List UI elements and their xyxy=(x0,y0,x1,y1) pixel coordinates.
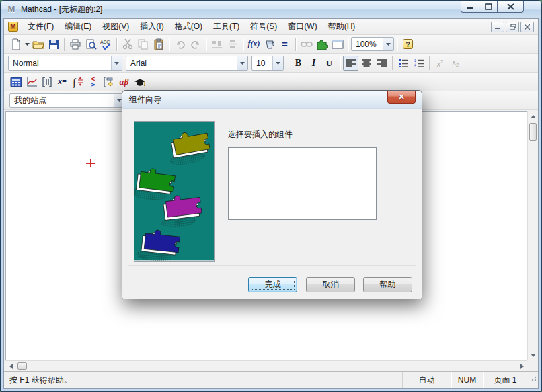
separate-regions-button[interactable] xyxy=(225,37,240,52)
menu-tools[interactable]: 工具(T) xyxy=(208,19,245,34)
help-button-label: 帮助 xyxy=(380,279,396,290)
style-dropdown-arrow[interactable] xyxy=(111,56,122,70)
greek-palette-button[interactable]: αβ xyxy=(116,75,132,89)
close-button[interactable] xyxy=(497,1,524,13)
print-preview-button[interactable] xyxy=(83,37,98,52)
calculator-palette-button[interactable] xyxy=(8,75,24,89)
scissors-icon xyxy=(122,38,133,50)
toolbar-separator xyxy=(397,38,397,51)
paste-clipboard-icon xyxy=(153,38,165,50)
copy-button[interactable] xyxy=(135,37,151,52)
cut-button[interactable] xyxy=(120,37,135,52)
horizontal-scroll-thumb[interactable] xyxy=(17,362,27,370)
crosshair-cursor xyxy=(86,159,95,167)
undo-button[interactable] xyxy=(172,37,188,52)
horizontal-scrollbar[interactable] xyxy=(5,360,527,371)
mdi-restore-button[interactable] xyxy=(506,22,519,32)
bullet-list-button[interactable] xyxy=(395,56,411,71)
worksheet-controls-button[interactable] xyxy=(330,37,345,52)
resize-grip[interactable] xyxy=(527,372,538,388)
dialog-body: 选择要插入的组件 完成 取消 帮助 xyxy=(122,109,422,299)
menu-insert[interactable]: 插入(I) xyxy=(134,19,169,34)
font-combobox[interactable]: Arial xyxy=(126,56,248,71)
insert-component-button[interactable] xyxy=(314,37,330,52)
vertical-scroll-thumb[interactable] xyxy=(529,123,537,141)
print-button[interactable] xyxy=(67,37,83,52)
vertical-scrollbar[interactable] xyxy=(527,111,538,360)
scroll-down-button[interactable] xyxy=(528,350,539,360)
font-dropdown-arrow[interactable] xyxy=(237,56,247,70)
menu-window[interactable]: 窗口(W) xyxy=(282,19,322,34)
scroll-left-button[interactable] xyxy=(5,361,16,372)
bold-button[interactable]: B xyxy=(291,56,306,71)
font-size-combobox[interactable]: 10 xyxy=(251,56,284,71)
align-regions-button[interactable] xyxy=(209,37,225,52)
dialog-title-bar[interactable]: 组件向导 xyxy=(122,91,422,109)
evaluation-icon: x= xyxy=(58,77,67,87)
chevron-down-icon xyxy=(276,62,280,65)
align-across-icon xyxy=(212,40,223,49)
paste-button[interactable] xyxy=(151,37,166,52)
align-center-button[interactable] xyxy=(358,56,374,71)
scroll-right-button[interactable] xyxy=(516,361,527,372)
menu-help[interactable]: 帮助(H) xyxy=(323,19,361,34)
mdi-close-button[interactable] xyxy=(520,22,534,32)
mdi-minimize-button[interactable] xyxy=(491,22,504,32)
boolean-palette-button[interactable]: <≥ xyxy=(85,75,101,89)
finish-button[interactable]: 完成 xyxy=(248,277,297,292)
new-button[interactable] xyxy=(8,37,24,52)
zoom-combobox[interactable]: 100% xyxy=(351,37,394,51)
menu-symbols[interactable]: 符号(S) xyxy=(245,19,282,34)
subscript-button[interactable]: x2 xyxy=(448,56,463,71)
menu-format[interactable]: 格式(O) xyxy=(169,19,208,34)
resources-combobox[interactable]: 我的站点 xyxy=(9,93,125,108)
measuring-cup-icon xyxy=(264,39,275,50)
help-dialog-button[interactable]: 帮助 xyxy=(363,277,412,292)
calculus-icon: ∫ xyxy=(72,76,84,88)
symbolic-palette-button[interactable] xyxy=(132,75,147,89)
insert-function-button[interactable]: f(x) xyxy=(246,37,262,52)
new-dropdown[interactable] xyxy=(24,37,30,52)
bold-icon: B xyxy=(295,58,301,69)
toolbar-separator xyxy=(64,38,65,51)
dialog-close-button[interactable]: ✕ xyxy=(387,91,416,104)
superscript-icon: x2 xyxy=(437,58,444,68)
open-button[interactable] xyxy=(30,37,46,52)
restore-button[interactable] xyxy=(479,1,498,13)
chevron-down-icon xyxy=(386,43,391,46)
menu-edit[interactable]: 编辑(E) xyxy=(59,19,97,34)
standard-toolbar: ABC xyxy=(4,35,538,54)
status-page-number: 页面 1 xyxy=(483,372,527,388)
underline-button[interactable]: U xyxy=(321,56,337,71)
graph-palette-button[interactable] xyxy=(24,75,39,89)
numbered-list-icon: 123 xyxy=(414,59,424,67)
align-right-button[interactable] xyxy=(374,56,389,71)
insert-unit-button[interactable] xyxy=(262,37,277,52)
calculus-palette-button[interactable]: ∫ xyxy=(70,75,85,89)
spellcheck-button[interactable]: ABC xyxy=(98,37,114,52)
cancel-button[interactable]: 取消 xyxy=(306,277,355,292)
redo-button[interactable] xyxy=(188,37,203,52)
align-left-button[interactable] xyxy=(343,56,358,71)
save-button[interactable] xyxy=(46,37,61,52)
menu-view[interactable]: 视图(V) xyxy=(97,19,134,34)
style-combobox[interactable]: Normal xyxy=(8,56,122,71)
numbered-list-button[interactable]: 123 xyxy=(411,56,426,71)
component-listbox[interactable] xyxy=(228,147,377,220)
superscript-button[interactable]: x2 xyxy=(432,56,448,71)
scroll-up-button[interactable] xyxy=(528,111,539,122)
minimize-button[interactable] xyxy=(461,1,479,13)
help-button[interactable]: ? xyxy=(400,37,416,52)
evaluation-palette-button[interactable]: x= xyxy=(54,75,70,89)
hyperlink-button[interactable] xyxy=(299,37,314,52)
matrix-palette-button[interactable] xyxy=(39,75,54,89)
zoom-dropdown-arrow[interactable] xyxy=(383,38,393,50)
evaluate-button[interactable]: = xyxy=(277,37,293,52)
graph-icon xyxy=(26,77,38,87)
programming-palette-button[interactable] xyxy=(101,75,116,89)
font-size-dropdown-arrow[interactable] xyxy=(272,56,283,70)
align-right-icon xyxy=(377,59,387,67)
italic-button[interactable]: I xyxy=(306,56,321,71)
menu-file[interactable]: 文件(F) xyxy=(22,19,59,34)
new-document-icon xyxy=(10,38,22,50)
